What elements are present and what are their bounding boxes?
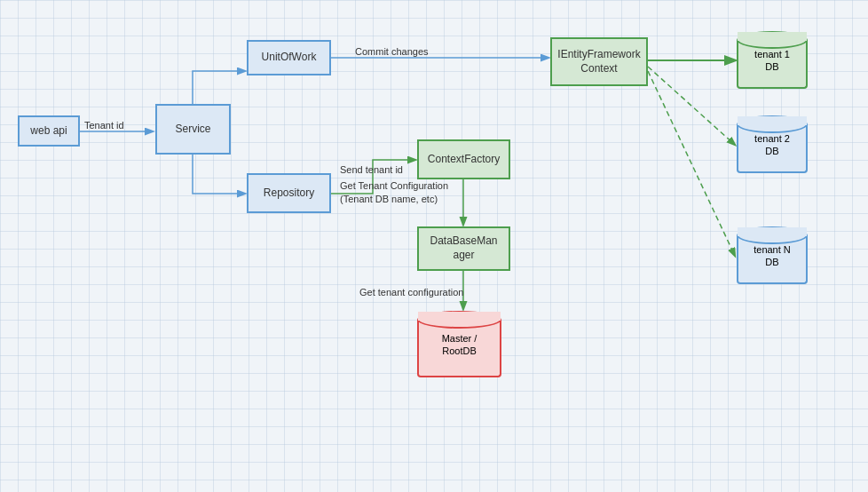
master-rootdb-label: Master /RootDB (442, 332, 477, 355)
service-box: Service (155, 104, 231, 155)
ientity-framework-box: IEntityFrameworkContext (550, 37, 648, 86)
web-api-label: web api (30, 124, 67, 139)
web-api-box: web api (18, 115, 80, 147)
svg-line-6 (648, 71, 735, 256)
send-tenant-id-label: Send tenant id (340, 164, 403, 175)
context-factory-box: ContextFactory (417, 139, 510, 179)
tenant2-db-cylinder: tenant 2DB (737, 115, 808, 173)
ientity-framework-label: IEntityFrameworkContext (557, 48, 640, 75)
context-factory-label: ContextFactory (428, 153, 500, 167)
tenant1-db-label: tenant 1DB (754, 48, 790, 71)
get-tenant-config-label: Get Tenant Configuration (Tenant DB name… (340, 179, 477, 207)
tenant1-db-cylinder: tenant 1DB (737, 31, 808, 89)
master-rootdb-cylinder: Master /RootDB (417, 311, 501, 377)
service-label: Service (175, 123, 210, 137)
unit-of-work-label: UnitOfWork (262, 51, 317, 65)
tenantN-db-cylinder: tenant NDB (737, 226, 808, 284)
diagram-container: web api Tenant id Service UnitOfWork Rep… (0, 0, 868, 492)
get-tenant-config2-label: Get tenant configuration (359, 287, 463, 298)
svg-line-5 (648, 67, 735, 145)
unit-of-work-box: UnitOfWork (247, 40, 331, 75)
database-manager-label: DataBaseManager (430, 234, 497, 262)
database-manager-box: DataBaseManager (417, 226, 510, 271)
tenant2-db-label: tenant 2DB (754, 132, 790, 155)
tenantN-db-label: tenant NDB (754, 243, 791, 266)
tenant-id-label: Tenant id (84, 120, 124, 131)
repository-box: Repository (247, 173, 331, 213)
repository-label: Repository (264, 186, 314, 201)
commit-changes-label: Commit changes (355, 46, 429, 57)
